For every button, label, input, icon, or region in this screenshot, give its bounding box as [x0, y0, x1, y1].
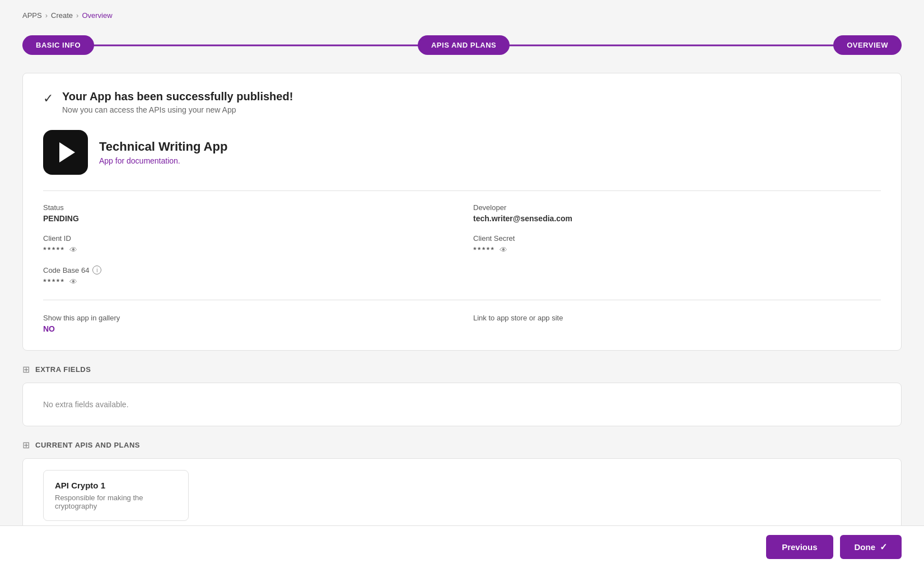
- breadcrumb-sep-1: ›: [45, 11, 48, 20]
- success-subtitle: Now you can access the APIs using your n…: [62, 105, 293, 114]
- api-card-0: API Crypto 1 Responsible for making the …: [43, 470, 189, 521]
- code-base64-label-row: Code Base 64 i: [43, 266, 881, 274]
- client-id-value: ***** 👁: [43, 245, 451, 254]
- api-card-name-0: API Crypto 1: [55, 481, 177, 490]
- code-base64-masked: *****: [43, 277, 65, 286]
- divider-1: [43, 190, 881, 191]
- current-apis-title: CURRENT APIS AND PLANS: [35, 441, 140, 449]
- breadcrumb-overview: Overview: [82, 11, 112, 20]
- app-name: Technical Writing App: [99, 139, 227, 154]
- app-description: App for documentation.: [99, 156, 227, 165]
- developer-label: Developer: [473, 203, 881, 212]
- done-checkmark-icon: ✓: [880, 542, 887, 552]
- current-apis-card: API Crypto 1 Responsible for making the …: [22, 458, 902, 533]
- client-id-field: Client ID ***** 👁: [43, 234, 451, 254]
- stepper: BASIC INFO APIS AND PLANS OVERVIEW: [22, 35, 902, 55]
- gallery-field: Show this app in gallery NO: [43, 314, 451, 333]
- code-base64-value: ***** 👁: [43, 277, 881, 286]
- extra-fields-card: No extra fields available.: [22, 383, 902, 426]
- extra-fields-icon: ⊞: [22, 364, 30, 375]
- play-icon: [59, 142, 75, 162]
- success-banner: ✓ Your App has been successfully publish…: [43, 90, 881, 114]
- extra-fields-title: EXTRA FIELDS: [35, 365, 91, 374]
- extra-fields-empty: No extra fields available.: [43, 394, 881, 415]
- developer-value: tech.writer@sensedia.com: [473, 214, 881, 223]
- code-base64-info-icon[interactable]: i: [92, 266, 101, 274]
- client-secret-eye-icon[interactable]: 👁: [500, 245, 508, 254]
- app-link-field: Link to app store or app site: [473, 314, 881, 333]
- check-icon: ✓: [43, 91, 53, 106]
- previous-button[interactable]: Previous: [766, 535, 833, 559]
- client-secret-field: Client Secret ***** 👁: [473, 234, 881, 254]
- app-link-label: Link to app store or app site: [473, 314, 881, 322]
- current-apis-section: ⊞ CURRENT APIS AND PLANS API Crypto 1 Re…: [22, 440, 902, 533]
- extra-fields-section: ⊞ EXTRA FIELDS No extra fields available…: [22, 364, 902, 426]
- api-card-desc-0: Responsible for making the cryptography: [55, 493, 177, 510]
- client-id-masked: *****: [43, 245, 65, 254]
- code-base64-label: Code Base 64: [43, 266, 89, 274]
- extra-fields-header: ⊞ EXTRA FIELDS: [22, 364, 902, 375]
- apis-grid: API Crypto 1 Responsible for making the …: [43, 470, 881, 521]
- done-button[interactable]: Done ✓: [840, 535, 902, 559]
- done-label: Done: [855, 542, 876, 552]
- client-secret-masked: *****: [473, 245, 495, 254]
- stepper-step-apis-and-plans[interactable]: APIS AND PLANS: [418, 35, 510, 55]
- status-label: Status: [43, 203, 451, 212]
- fields-grid: Status PENDING Developer tech.writer@sen…: [43, 203, 881, 333]
- gallery-label: Show this app in gallery: [43, 314, 451, 322]
- developer-field: Developer tech.writer@sensedia.com: [473, 203, 881, 223]
- breadcrumb-create[interactable]: Create: [51, 11, 73, 20]
- client-id-eye-icon[interactable]: 👁: [69, 245, 78, 254]
- success-title: Your App has been successfully published…: [62, 90, 293, 103]
- app-info: Technical Writing App App for documentat…: [43, 130, 881, 175]
- client-secret-value: ***** 👁: [473, 245, 881, 254]
- status-value: PENDING: [43, 214, 451, 223]
- current-apis-icon: ⊞: [22, 440, 30, 450]
- code-base64-eye-icon[interactable]: 👁: [69, 277, 78, 286]
- stepper-step-basic-info[interactable]: BASIC INFO: [22, 35, 94, 55]
- breadcrumb-sep-2: ›: [76, 11, 78, 20]
- client-id-label: Client ID: [43, 234, 451, 243]
- stepper-step-overview[interactable]: OVERVIEW: [833, 35, 902, 55]
- current-apis-header: ⊞ CURRENT APIS AND PLANS: [22, 440, 902, 450]
- code-base64-field: Code Base 64 i ***** 👁: [43, 266, 881, 286]
- app-logo: [43, 130, 88, 175]
- divider-fields: [43, 300, 881, 300]
- client-secret-label: Client Secret: [473, 234, 881, 243]
- gallery-value: NO: [43, 324, 451, 333]
- bottom-nav: Previous Done ✓: [0, 525, 924, 568]
- breadcrumb-apps[interactable]: APPS: [22, 11, 42, 20]
- breadcrumb: APPS › Create › Overview: [22, 11, 902, 20]
- main-card: ✓ Your App has been successfully publish…: [22, 73, 902, 351]
- status-field: Status PENDING: [43, 203, 451, 223]
